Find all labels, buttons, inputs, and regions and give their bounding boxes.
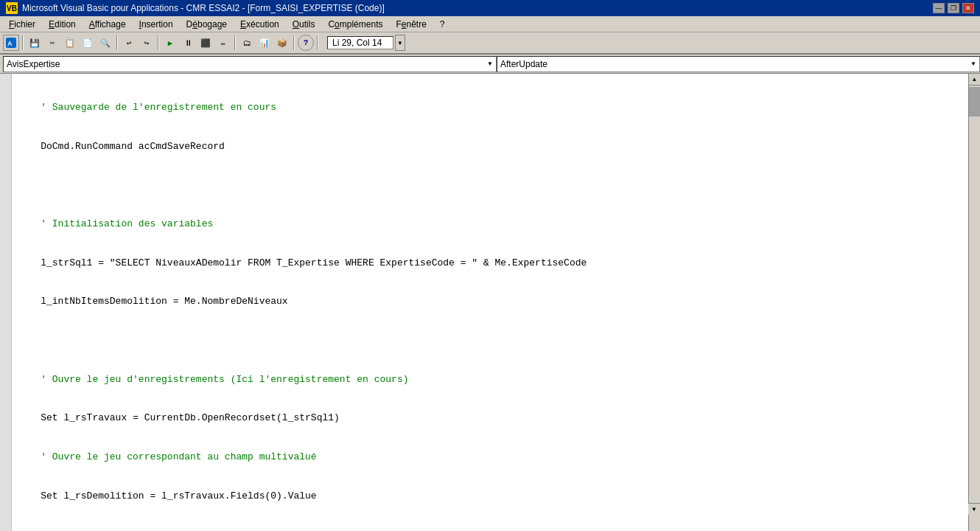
tb-undo-icon[interactable]: ↩ (121, 35, 137, 51)
svg-text:A: A (7, 40, 13, 47)
tb-sep3 (158, 35, 159, 50)
scroll-down-button[interactable]: ▼ (968, 503, 980, 515)
title-bar: VB Microsoft Visual Basic pour Applicati… (0, 0, 980, 16)
tb-vba-icon[interactable]: A (3, 35, 19, 51)
procedure-combo-arrow[interactable]: ▼ (970, 60, 976, 67)
menu-insertion[interactable]: Insertion (133, 16, 179, 32)
tb-run-icon[interactable]: ▶ (162, 35, 178, 51)
scroll-thumb[interactable] (969, 87, 980, 117)
combo-row: AvisExpertise ▼ AfterUpdate ▼ (0, 55, 980, 74)
tb-save-icon[interactable]: 💾 (27, 35, 43, 51)
minimize-button[interactable]: — (933, 3, 945, 13)
scroll-up-button[interactable]: ▲ (969, 74, 980, 86)
tb-redo-icon[interactable]: ↪ (139, 35, 155, 51)
app-icon: VB (6, 2, 18, 14)
cursor-position: Li 29, Col 14 (327, 36, 393, 49)
tb-sep2 (116, 35, 118, 50)
menu-bar: Fichier Edition Affichage Insertion Débo… (0, 16, 980, 32)
tb-find-icon[interactable]: 🔍 (97, 35, 113, 51)
tb-copy-icon[interactable]: 📋 (62, 35, 78, 51)
tb-scroll-down[interactable]: ▼ (395, 35, 405, 51)
tb-sep5 (293, 35, 295, 50)
tb-properties-icon[interactable]: 📊 (256, 35, 273, 51)
toolbar: A 💾 ✂ 📋 📄 🔍 ↩ ↪ ▶ ⏸ ⬛ ✏ 🗂 📊 📦 ? Li 29, C… (0, 32, 980, 55)
menu-fenetre[interactable]: Fenêtre (390, 16, 432, 32)
code-container: ' Sauvegarde de l'enregistrement en cour… (0, 74, 980, 531)
menu-fichier[interactable]: Fichier (3, 16, 41, 32)
tb-modules-icon[interactable]: 📦 (274, 35, 290, 51)
tb-sep6 (317, 35, 318, 50)
tb-break-icon[interactable]: ⏸ (180, 35, 196, 51)
object-combo[interactable]: AvisExpertise ▼ (3, 56, 497, 72)
window-title: Microsoft Visual Basic pour Applications… (22, 3, 385, 13)
menu-complements[interactable]: Compléments (322, 16, 388, 32)
tb-stop-icon[interactable]: ⬛ (197, 35, 214, 51)
procedure-combo[interactable]: AfterUpdate ▼ (497, 56, 980, 72)
menu-affichage[interactable]: Affichage (83, 16, 132, 32)
menu-outils[interactable]: Outils (287, 16, 321, 32)
restore-button[interactable]: ❐ (948, 3, 959, 13)
code-editor[interactable]: ' Sauvegarde de l'enregistrement en cour… (12, 74, 968, 531)
menu-edition[interactable]: Edition (43, 16, 82, 32)
tb-project-icon[interactable]: 🗂 (239, 35, 255, 51)
object-combo-arrow[interactable]: ▼ (487, 60, 493, 67)
tb-paste-icon[interactable]: 📄 (80, 35, 96, 51)
close-button[interactable]: ✕ (962, 3, 974, 13)
menu-debogage[interactable]: Débogage (181, 16, 233, 32)
code-left-margin (0, 74, 12, 531)
vertical-scrollbar[interactable]: ▲ ▼ (968, 74, 980, 531)
tb-sep4 (234, 35, 236, 50)
tb-help-icon[interactable]: ? (298, 35, 314, 51)
tb-design-icon[interactable]: ✏ (215, 35, 231, 51)
tb-sep1 (22, 35, 24, 50)
menu-execution[interactable]: Exécution (234, 16, 285, 32)
menu-aide[interactable]: ? (434, 16, 451, 32)
tb-cut-icon[interactable]: ✂ (44, 35, 60, 51)
